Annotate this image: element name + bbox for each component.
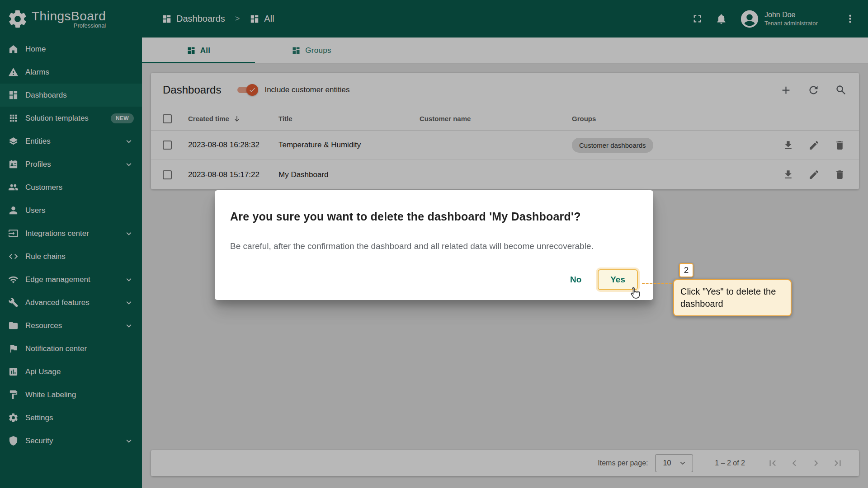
annotation-connector-line	[642, 283, 672, 284]
hand-cursor-icon	[627, 286, 641, 300]
delete-confirmation-dialog: Are you sure you want to delete the dash…	[215, 190, 653, 300]
dialog-body: Be careful, after the confirmation the d…	[230, 241, 638, 251]
dialog-title: Are you sure you want to delete the dash…	[230, 210, 638, 223]
annotation-callout: Click "Yes" to delete the dashboard	[673, 279, 792, 316]
no-button[interactable]: No	[561, 269, 590, 290]
annotation-step-badge: 2	[679, 263, 693, 277]
